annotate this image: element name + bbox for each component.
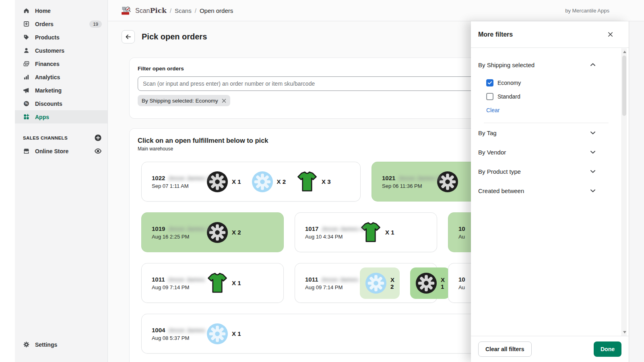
item-quantity: X 1 — [232, 280, 241, 286]
panel-body: By Shipping selected EconomyStandard Cle… — [471, 48, 621, 336]
orders-icon — [23, 21, 30, 27]
filter-section-created-between[interactable]: Created between — [478, 181, 613, 200]
order-number: 1017 — [305, 225, 318, 232]
item-quantity: X 1 — [385, 229, 394, 236]
sidebar-item-orders[interactable]: Orders19 — [15, 17, 107, 31]
item-quantity: X 1 — [232, 330, 241, 337]
sidebar-item-settings[interactable]: Settings — [15, 338, 107, 351]
app-window: HomeOrders19ProductsCustomersFinancesAna… — [0, 0, 644, 362]
item-quantity: X 2 — [232, 229, 241, 236]
chevron-up-icon — [589, 61, 597, 68]
order-item: X 1 — [410, 267, 450, 299]
topbar: ScanPick / Scans / Open orders by Mercan… — [108, 0, 644, 21]
order-card-1011[interactable]: 1011Jesse JamesAug 09 7:14 PM X 2 X 1 — [295, 263, 437, 302]
logo-pick: Pick — [150, 6, 166, 14]
order-info: 1011Jesse JamesAug 09 7:14 PM — [152, 276, 206, 290]
sidebar-item-label: Online Store — [35, 148, 68, 154]
sidebar-item-apps[interactable]: Apps — [15, 110, 107, 123]
order-card-1011[interactable]: 1011Jesse JamesAug 09 7:14 PMX 1 — [142, 263, 283, 302]
order-card-1017[interactable]: 1017Jesse James 4Aug 10 4:34 PMX 1 — [295, 213, 437, 252]
filter-section-title: By Tag — [478, 130, 497, 136]
item-quantity: X 1 — [441, 276, 445, 290]
sidebar-item-online-store[interactable]: Online Store — [15, 144, 107, 158]
shipping-options: EconomyStandard — [486, 77, 613, 103]
app-logo-text: ScanPick — [135, 6, 167, 14]
clear-link[interactable]: Clear — [486, 107, 500, 113]
sidebar-item-discounts[interactable]: %Discounts — [15, 97, 107, 110]
sidebar-item-analytics[interactable]: Analytics — [15, 70, 107, 84]
order-number: 1022 — [152, 175, 165, 181]
add-sales-channel-button[interactable] — [94, 134, 102, 142]
order-customer-name: Jesse James 1 — [168, 175, 210, 181]
order-info: 1021Jesse James 5Sep 06 11:36 PM — [382, 175, 437, 189]
order-customer-name: Jesse James 4 — [321, 225, 363, 232]
order-card-1022[interactable]: 1022Jesse James 1Sep 07 1:11 AM X 1 X 2X… — [142, 162, 360, 201]
order-customer-name: Jesse James — [168, 276, 205, 283]
chevron-down-icon — [589, 148, 597, 156]
finances-icon — [23, 60, 30, 67]
sidebar-item-products[interactable]: Products — [15, 31, 107, 44]
eye-icon[interactable] — [94, 147, 102, 155]
customers-icon — [23, 47, 30, 54]
order-item: X 2 — [252, 171, 286, 193]
tshirt-icon — [296, 171, 318, 193]
sidebar-item-label: Products — [35, 34, 60, 41]
scroll-up-icon[interactable] — [623, 51, 626, 53]
analytics-icon — [23, 74, 30, 80]
filter-section-by-product-type[interactable]: By Product type — [478, 162, 613, 181]
order-info: 1011Jesse JamesAug 09 7:14 PM — [305, 276, 360, 290]
shipping-filter-chip[interactable]: By Shipping selected: Economy — [138, 95, 230, 106]
breadcrumb-current: Open orders — [200, 7, 233, 14]
filter-section-title: By Product type — [478, 168, 521, 175]
panel-scrollbar[interactable] — [621, 48, 627, 336]
breadcrumb-separator: / — [170, 7, 171, 14]
sidebar-item-customers[interactable]: Customers — [15, 44, 107, 57]
order-number-line: 1022Jesse James 1 — [152, 175, 206, 181]
order-items: X 2 — [206, 222, 241, 243]
order-items: X 2 X 1 — [360, 267, 450, 299]
sales-channels-label: SALES CHANNELS — [23, 136, 68, 140]
page-title: Pick open orders — [142, 32, 207, 41]
filter-section-by-tag[interactable]: By Tag — [478, 123, 613, 142]
sidebar-item-marketing[interactable]: Marketing — [15, 84, 107, 97]
gear-icon — [23, 341, 30, 348]
breadcrumb-scans[interactable]: Scans — [175, 7, 192, 14]
sidebar-item-finances[interactable]: Finances — [15, 57, 107, 70]
filter-section-title: By Vendor — [478, 149, 506, 156]
sidebar: HomeOrders19ProductsCustomersFinancesAna… — [15, 0, 108, 362]
clear-all-filters-button[interactable]: Clear all filters — [478, 341, 532, 357]
order-item: X 2 — [360, 267, 400, 299]
order-customer-name: Jesse James — [321, 276, 359, 283]
sidebar-item-label: Apps — [35, 114, 49, 120]
order-item: X 2 — [206, 222, 241, 243]
filter-section-title: Created between — [478, 187, 524, 194]
filter-option-economy[interactable]: Economy — [486, 77, 613, 89]
sales-channels-header: SALES CHANNELS — [15, 131, 107, 144]
order-date: Aug 10 4:34 PM — [305, 234, 360, 240]
scroll-down-icon[interactable] — [623, 331, 626, 333]
order-info: 1022Jesse James 1Sep 07 1:11 AM — [152, 175, 206, 189]
sidebar-item-label: Home — [35, 8, 51, 14]
order-number-line: 1021Jesse James 5 — [382, 175, 437, 181]
close-icon[interactable] — [606, 31, 614, 39]
order-date: Aug 09 7:14 PM — [152, 284, 206, 290]
checkbox-unchecked-icon[interactable] — [486, 93, 493, 100]
gear-blue-icon — [252, 171, 273, 193]
tshirt-icon — [206, 272, 228, 294]
checkbox-checked-icon[interactable] — [486, 79, 493, 86]
scrollbar-thumb[interactable] — [622, 56, 626, 116]
filter-section-by-shipping-selected[interactable]: By Shipping selected — [478, 58, 613, 72]
order-customer-name: Jesse James 5 — [398, 175, 440, 181]
page-right-gutter — [629, 21, 644, 362]
remove-filter-icon[interactable] — [221, 98, 227, 103]
back-button[interactable] — [122, 30, 135, 43]
filter-section-title: By Shipping selected — [478, 62, 535, 68]
order-info: 1017Jesse James 4Aug 10 4:34 PM — [305, 225, 360, 240]
filter-option-standard[interactable]: Standard — [486, 90, 613, 103]
order-date: Aug 08 5:37 PM — [152, 335, 206, 341]
order-card-1019[interactable]: 1019Jesse James 1Aug 16 2:25 PM X 2 — [142, 213, 283, 252]
sidebar-item-home[interactable]: Home — [15, 4, 107, 17]
order-date: Sep 06 11:36 PM — [382, 183, 437, 189]
filter-section-by-vendor[interactable]: By Vendor — [478, 142, 613, 162]
done-button[interactable]: Done — [594, 341, 621, 357]
